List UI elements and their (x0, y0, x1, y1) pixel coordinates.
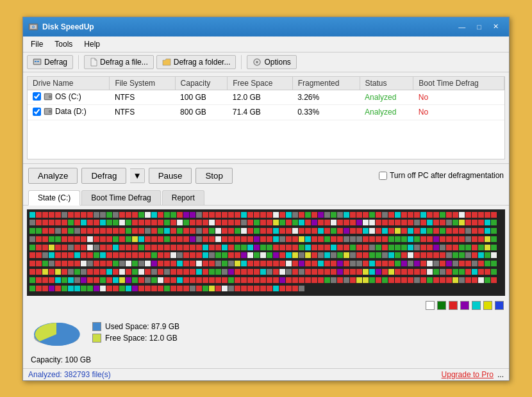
pause-button[interactable]: Pause (149, 168, 192, 184)
drive-checkbox-1[interactable] (33, 108, 41, 116)
disk-cell (376, 261, 381, 266)
disk-cell (190, 212, 195, 218)
disk-cell (126, 212, 131, 218)
cell-free-space: 12.0 GB (228, 90, 292, 105)
disk-cell (401, 212, 407, 218)
disk-cell (324, 212, 330, 218)
disk-cell (138, 236, 144, 242)
analyze-button[interactable]: Analyze (28, 168, 78, 184)
disk-cell (260, 236, 266, 242)
disk-cell (305, 261, 311, 266)
disk-cell (138, 212, 144, 218)
minimize-button[interactable]: — (453, 21, 470, 32)
disk-cell (491, 236, 497, 242)
disk-cell (273, 286, 279, 291)
defrag-folder-button[interactable]: Defrag a folder... (156, 55, 237, 69)
disk-cell (106, 212, 112, 218)
disk-cell (465, 261, 471, 266)
disk-cell (126, 269, 131, 275)
maximize-button[interactable]: □ (472, 21, 486, 32)
disk-cell (228, 236, 234, 242)
disk-cell (164, 261, 170, 266)
legend-color-0 (426, 301, 435, 310)
disk-cell (94, 269, 99, 275)
disk-cell (305, 212, 311, 218)
disk-cell (414, 236, 420, 242)
table-row[interactable]: OS (C:) NTFS 100 GB 12.0 GB 3.26% Analyz… (28, 90, 504, 105)
disk-cell (94, 236, 99, 242)
disk-cell (312, 220, 317, 225)
disk-cell (491, 277, 497, 283)
col-drive-name: Drive Name (28, 77, 110, 90)
menu-tools[interactable]: Tools (49, 38, 78, 51)
disk-cell (81, 212, 87, 218)
disk-cell (433, 245, 439, 250)
disk-cell (106, 277, 112, 283)
disk-cell (29, 228, 35, 234)
disk-cell (388, 212, 394, 218)
upgrade-link[interactable]: Upgrade to Pro (442, 370, 494, 379)
disk-cell (318, 228, 324, 234)
close-button[interactable]: ✕ (488, 21, 504, 32)
svg-rect-7 (37, 61, 39, 62)
disk-cell (299, 236, 304, 242)
disk-cell (183, 286, 189, 291)
disk-cell (318, 252, 324, 258)
tab-state[interactable]: State (C:) (28, 190, 80, 206)
disk-cell (376, 220, 381, 225)
tab-report[interactable]: Report (162, 190, 204, 205)
disk-cell (151, 261, 157, 266)
menu-file[interactable]: File (26, 38, 48, 51)
disk-cell (260, 220, 266, 225)
disk-cell (81, 236, 87, 242)
disk-cell (228, 277, 234, 283)
disk-cell (68, 228, 74, 234)
defrag-dropdown-arrow[interactable]: ▼ (130, 168, 144, 183)
disk-cell (459, 220, 465, 225)
disk-cell (420, 252, 426, 258)
disk-cell (196, 269, 202, 275)
disk-cell (350, 269, 356, 275)
disk-cell (29, 220, 35, 225)
disk-cell (382, 252, 388, 258)
disk-cell (138, 277, 144, 283)
disk-cell (222, 286, 228, 291)
disk-cell (401, 252, 407, 258)
status-dots: ... (497, 370, 504, 379)
disk-cell (100, 252, 106, 258)
cell-filesystem: NTFS (110, 90, 175, 105)
disk-cell (331, 252, 337, 258)
tab-boot-time-defrag[interactable]: Boot Time Defrag (81, 190, 160, 205)
menu-help[interactable]: Help (79, 38, 105, 51)
disk-cell (459, 212, 465, 218)
disk-cell (151, 236, 157, 242)
disk-cell (408, 269, 413, 275)
stop-button[interactable]: Stop (195, 168, 232, 184)
disk-cell (465, 228, 471, 234)
turnoff-checkbox[interactable] (379, 172, 387, 180)
disk-cell (465, 269, 471, 275)
options-button[interactable]: Options (247, 55, 296, 69)
disk-cell (55, 286, 61, 291)
disk-cell (324, 261, 330, 266)
defrag-button[interactable]: Defrag (27, 55, 73, 69)
disk-cell (62, 261, 67, 266)
disk-cell (203, 286, 208, 291)
disk-cell (260, 286, 266, 291)
disk-cell (299, 220, 304, 225)
defrag-action-button[interactable]: Defrag (81, 168, 126, 184)
disk-cell (215, 252, 221, 258)
disk-cell (356, 252, 362, 258)
disk-cell (478, 269, 484, 275)
table-row[interactable]: Data (D:) NTFS 800 GB 71.4 GB 0.33% Anal… (28, 105, 504, 120)
drive-checkbox-0[interactable] (33, 92, 41, 101)
cell-free-space: 71.4 GB (228, 105, 292, 120)
disk-cell (62, 212, 67, 218)
defrag-file-button[interactable]: Defrag a file... (84, 55, 154, 69)
disk-cell (312, 228, 317, 234)
disk-cell (87, 236, 93, 242)
disk-cell (395, 261, 401, 266)
disk-cell (485, 277, 490, 283)
disk-cell (29, 286, 35, 291)
disk-cell (344, 212, 349, 218)
